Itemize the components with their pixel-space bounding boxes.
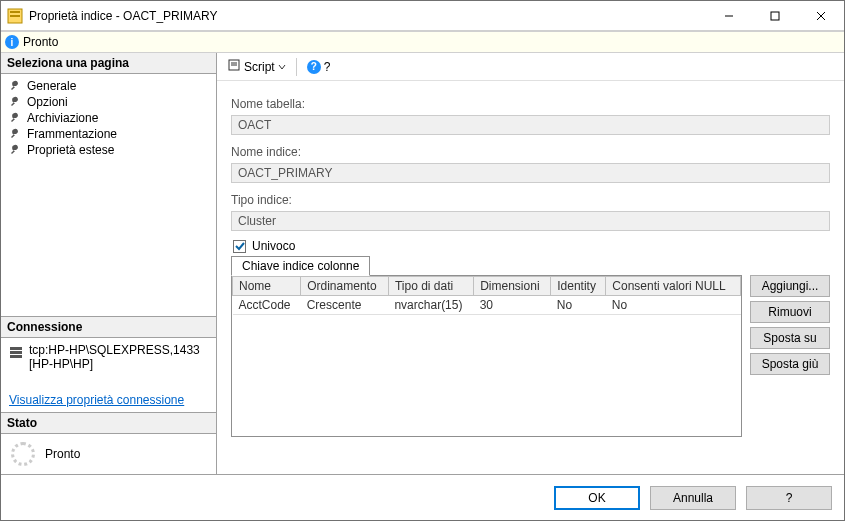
svg-rect-9 bbox=[10, 355, 22, 358]
nav-label: Generale bbox=[27, 79, 76, 93]
connection-header: Connessione bbox=[1, 317, 216, 338]
state-header: Stato bbox=[1, 413, 216, 434]
unique-label: Univoco bbox=[252, 239, 295, 253]
add-button[interactable]: Aggiungi... bbox=[750, 275, 830, 297]
wrench-icon bbox=[9, 80, 21, 92]
index-name-label: Nome indice: bbox=[231, 145, 830, 159]
svg-rect-1 bbox=[10, 11, 20, 13]
maximize-button[interactable] bbox=[752, 1, 798, 31]
spinner-icon bbox=[11, 442, 35, 466]
status-text: Pronto bbox=[23, 35, 58, 49]
state-panel: Stato Pronto bbox=[1, 412, 216, 474]
nav-label: Opzioni bbox=[27, 95, 68, 109]
server-icon bbox=[9, 345, 23, 359]
connection-row: tcp:HP-HP\SQLEXPRESS,1433 [HP-HP\HP] bbox=[7, 342, 210, 372]
grid-wrap: Chiave indice colonne Nome Ordinamento T… bbox=[231, 275, 830, 437]
nav-label: Frammentazione bbox=[27, 127, 117, 141]
state-text: Pronto bbox=[45, 447, 80, 461]
wrench-icon bbox=[9, 112, 21, 124]
svg-rect-8 bbox=[10, 351, 22, 354]
window-title: Proprietà indice - OACT_PRIMARY bbox=[29, 9, 706, 23]
wrench-icon bbox=[9, 96, 21, 108]
select-page-header: Seleziona una pagina bbox=[1, 53, 216, 74]
tab-key-columns[interactable]: Chiave indice colonne bbox=[231, 256, 370, 276]
status-strip: i Pronto bbox=[1, 31, 844, 53]
form-area: Nome tabella: OACT Nome indice: OACT_PRI… bbox=[217, 81, 844, 447]
connection-panel: Connessione tcp:HP-HP\SQLEXPRESS,1433 [H… bbox=[1, 316, 216, 412]
wrench-icon bbox=[9, 128, 21, 140]
nav-label: Archiviazione bbox=[27, 111, 98, 125]
nav-item-options[interactable]: Opzioni bbox=[7, 94, 210, 110]
left-pane: Seleziona una pagina Generale Opzioni Ar… bbox=[1, 53, 217, 474]
help-icon: ? bbox=[307, 60, 321, 74]
help-button[interactable]: ? bbox=[746, 486, 832, 510]
col-order[interactable]: Ordinamento bbox=[301, 277, 389, 296]
col-identity[interactable]: Identity bbox=[551, 277, 606, 296]
content-area: Seleziona una pagina Generale Opzioni Ar… bbox=[1, 53, 844, 474]
cell-order: Crescente bbox=[301, 296, 389, 315]
connection-server: tcp:HP-HP\SQLEXPRESS,1433 bbox=[29, 343, 200, 357]
ok-button[interactable]: OK bbox=[554, 486, 640, 510]
nav-list: Generale Opzioni Archiviazione Frammenta… bbox=[1, 74, 216, 162]
script-label: Script bbox=[244, 60, 275, 74]
app-icon bbox=[7, 8, 23, 24]
move-down-button[interactable]: Sposta giù bbox=[750, 353, 830, 375]
table-name-value: OACT bbox=[231, 115, 830, 135]
cell-name: AcctCode bbox=[233, 296, 301, 315]
index-name-value: OACT_PRIMARY bbox=[231, 163, 830, 183]
footer: OK Annulla ? bbox=[1, 474, 844, 520]
svg-rect-7 bbox=[10, 347, 22, 350]
cell-nulls: No bbox=[606, 296, 741, 315]
titlebar: Proprietà indice - OACT_PRIMARY bbox=[1, 1, 844, 31]
columns-grid[interactable]: Nome Ordinamento Tipo di dati Dimensioni… bbox=[232, 276, 741, 315]
right-pane: Script ? ? Nome tabella: OACT Nome indic… bbox=[217, 53, 844, 474]
col-size[interactable]: Dimensioni bbox=[474, 277, 551, 296]
cancel-button[interactable]: Annulla bbox=[650, 486, 736, 510]
table-name-label: Nome tabella: bbox=[231, 97, 830, 111]
help-button[interactable]: ? ? bbox=[303, 58, 335, 76]
columns-grid-box: Chiave indice colonne Nome Ordinamento T… bbox=[231, 275, 742, 437]
grid-buttons: Aggiungi... Rimuovi Sposta su Sposta giù bbox=[750, 275, 830, 437]
toolbar: Script ? ? bbox=[217, 53, 844, 81]
connection-user: [HP-HP\HP] bbox=[29, 357, 200, 371]
view-connection-link[interactable]: Visualizza proprietà connessione bbox=[7, 392, 186, 408]
minimize-button[interactable] bbox=[706, 1, 752, 31]
col-dtype[interactable]: Tipo di dati bbox=[388, 277, 473, 296]
close-button[interactable] bbox=[798, 1, 844, 31]
grid-header-row: Nome Ordinamento Tipo di dati Dimensioni… bbox=[233, 277, 741, 296]
svg-rect-4 bbox=[771, 12, 779, 20]
script-button[interactable]: Script bbox=[223, 56, 290, 77]
nav-item-general[interactable]: Generale bbox=[7, 78, 210, 94]
unique-checkbox-row: Univoco bbox=[233, 239, 830, 253]
script-icon bbox=[227, 58, 241, 75]
toolbar-separator bbox=[296, 58, 297, 76]
unique-checkbox[interactable] bbox=[233, 240, 246, 253]
index-type-value: Cluster bbox=[231, 211, 830, 231]
help-glyph: ? bbox=[324, 60, 331, 74]
nav-item-fragmentation[interactable]: Frammentazione bbox=[7, 126, 210, 142]
grid-row[interactable]: AcctCode Crescente nvarchar(15) 30 No No bbox=[233, 296, 741, 315]
move-up-button[interactable]: Sposta su bbox=[750, 327, 830, 349]
cell-dtype: nvarchar(15) bbox=[388, 296, 473, 315]
cell-identity: No bbox=[551, 296, 606, 315]
info-icon: i bbox=[5, 35, 19, 49]
nav-item-extended[interactable]: Proprietà estese bbox=[7, 142, 210, 158]
cell-size: 30 bbox=[474, 296, 551, 315]
nav-item-storage[interactable]: Archiviazione bbox=[7, 110, 210, 126]
nav-label: Proprietà estese bbox=[27, 143, 114, 157]
col-nulls[interactable]: Consenti valori NULL bbox=[606, 277, 741, 296]
chevron-down-icon bbox=[278, 60, 286, 74]
svg-rect-2 bbox=[10, 15, 20, 17]
index-type-label: Tipo indice: bbox=[231, 193, 830, 207]
wrench-icon bbox=[9, 144, 21, 156]
index-properties-window: Proprietà indice - OACT_PRIMARY i Pronto… bbox=[0, 0, 845, 521]
remove-button[interactable]: Rimuovi bbox=[750, 301, 830, 323]
col-name[interactable]: Nome bbox=[233, 277, 301, 296]
